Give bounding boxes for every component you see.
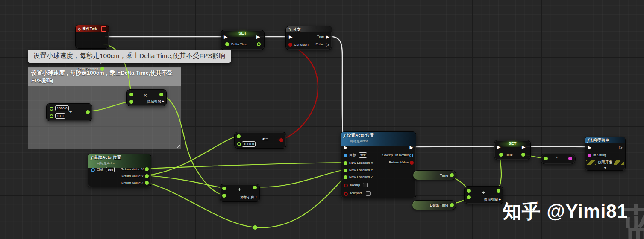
compare-b-input[interactable]: 1000.0 [242, 141, 256, 147]
sweep-pin[interactable] [344, 184, 348, 187]
float-in-pin[interactable] [544, 157, 548, 160]
sweep-hit-result-pin[interactable] [409, 154, 413, 157]
multiply-icon: × [144, 92, 147, 99]
node-add-location[interactable]: + 添加引脚 + [220, 184, 260, 202]
time-out-pin[interactable] [450, 173, 454, 177]
exec-out-pin[interactable]: ▶ [256, 35, 260, 39]
comment-resize-handle[interactable] [176, 144, 180, 148]
target-pin[interactable] [344, 154, 347, 157]
node-to-string[interactable]: ▪ [541, 154, 576, 164]
dividend-pin[interactable] [50, 107, 53, 111]
divisor-input[interactable]: 10.0 [55, 113, 65, 119]
new-location-x-pin[interactable] [344, 161, 347, 165]
result-pin[interactable] [86, 110, 90, 114]
new-location-y-pin[interactable] [344, 169, 347, 172]
exec-in-pin[interactable]: ▶ [497, 145, 500, 149]
wire-exec-branch-true-to-setloc [327, 36, 345, 147]
return-x-pin[interactable] [145, 167, 149, 171]
exec-out-pin[interactable]: ▷ [619, 145, 623, 150]
sweep-checkbox[interactable] [363, 183, 368, 187]
target-label: 目标 [97, 168, 103, 172]
exec-in-pin[interactable]: ▶ [224, 35, 227, 39]
node-set-delta-time[interactable]: SET ▶ ▶ Delta Time [221, 30, 265, 50]
plus-icon[interactable]: + [255, 195, 257, 199]
dividend-input[interactable]: 1000.0 [55, 105, 69, 111]
addend-b-pin[interactable] [467, 195, 471, 199]
delta-time-label: Delta Time [231, 42, 247, 47]
teleport-checkbox[interactable] [366, 191, 371, 196]
node-get-delta-time[interactable]: Delta Time [412, 200, 456, 210]
target-label: 目标 [349, 153, 356, 157]
value-out-pin[interactable] [521, 153, 525, 157]
teleport-pin[interactable] [344, 192, 348, 196]
false-exec-pin[interactable]: ▷ [326, 42, 329, 47]
wire-add2-to-settime [497, 155, 501, 190]
node-print-string[interactable]: ƒ 打印字符串 ▶ ▷ In String 仅限开发 ▼ [585, 137, 626, 171]
addend-b-pin[interactable] [222, 194, 226, 198]
true-label: True [317, 35, 324, 39]
delta-time-out-pin[interactable] [450, 203, 454, 207]
delta-seconds-label: Delta Seconds [77, 67, 98, 71]
factor-a-pin[interactable] [129, 93, 133, 96]
node-get-actor-location[interactable]: ƒ获取Actor位置 目标是Actor 目标 self Return Value… [88, 154, 151, 187]
divisor-pin[interactable] [50, 114, 53, 118]
node-set-time[interactable]: SET ▶ ▶ Time [494, 140, 531, 160]
compare-a-pin[interactable] [237, 134, 241, 138]
node-get-time[interactable]: Time [413, 170, 456, 180]
graph-canvas[interactable]: 设置小球速度，每秒走100cm，乘上Delta Time,使其不受FPS影响 设… [0, 0, 644, 239]
compare-b-pin[interactable] [237, 142, 241, 146]
exec-out-pin[interactable]: ▶ [410, 145, 413, 150]
result-pin[interactable] [253, 186, 257, 189]
node-event-tick[interactable]: ◇ 事件Tick ▶ Delta Seconds [75, 25, 109, 49]
addend-a-pin[interactable] [467, 189, 471, 193]
addend-a-pin[interactable] [222, 187, 226, 190]
plus-icon[interactable]: + [162, 99, 164, 104]
new-location-z-pin[interactable] [344, 175, 347, 179]
exec-out-pin[interactable]: ▶ [522, 145, 525, 149]
delta-time-in-pin[interactable] [225, 42, 229, 46]
development-only-label: 仅限开发 [596, 160, 614, 165]
return-value-pin[interactable] [410, 161, 414, 165]
return-y-pin[interactable] [145, 174, 149, 178]
node-less-equal[interactable]: 1000.0 <= [234, 132, 286, 149]
condition-pin[interactable] [288, 43, 292, 47]
reroute-node[interactable] [253, 225, 257, 230]
string-out-pin[interactable] [568, 157, 572, 160]
exec-in-pin[interactable]: ▶ [588, 145, 591, 150]
expand-arrow-icon[interactable]: ▼ [603, 166, 607, 170]
add-pin-label[interactable]: 添加引脚 [484, 198, 498, 202]
exec-in-pin[interactable]: ▶ [289, 35, 292, 39]
function-icon: ƒ [344, 133, 345, 138]
result-pin[interactable] [497, 189, 500, 193]
new-location-z-label: New Location Z [349, 175, 373, 179]
target-is-actor-subtitle: 目标是Actor [350, 139, 413, 143]
event-diamond-icon: ◇ [78, 27, 81, 31]
node-branch[interactable]: ↰ 分支 ▶ Condition True ▶ False ▷ [285, 26, 332, 50]
node-divide[interactable]: 1000.0 10.0 ÷ [46, 103, 92, 121]
result-pin[interactable] [279, 138, 283, 142]
node-set-actor-location[interactable]: ƒ设置Actor位置 目标是Actor ▶ ▶ 目标 self New Loca… [341, 131, 416, 198]
in-string-label: In String [593, 153, 606, 157]
time-in-pin[interactable] [499, 153, 503, 157]
branch-icon: ↰ [288, 27, 291, 32]
set-actor-location-title: 设置Actor位置 [347, 133, 374, 138]
self-box[interactable]: self [359, 152, 367, 158]
add-pin-label[interactable]: 添加引脚 [147, 100, 161, 104]
node-multiply[interactable]: × 添加引脚 + [126, 89, 167, 106]
value-out-pin[interactable] [257, 42, 261, 46]
target-pin[interactable] [91, 168, 95, 172]
exec-in-pin[interactable]: ▶ [344, 145, 347, 150]
comment-title[interactable]: 设置小球速度，每秒走100cm，乘上Delta Time,使其不受FPS影响 [28, 68, 181, 86]
return-z-pin[interactable] [145, 181, 149, 185]
delta-seconds-pin[interactable] [100, 67, 104, 71]
in-string-pin[interactable] [588, 154, 591, 157]
add-pin-label[interactable]: 添加引脚 [241, 195, 254, 199]
result-pin[interactable] [159, 93, 163, 96]
self-box[interactable]: self [106, 167, 115, 172]
return-value-label: Return Value [389, 160, 409, 165]
true-exec-pin[interactable]: ▶ [326, 35, 329, 39]
plus-icon[interactable]: + [499, 198, 501, 202]
factor-b-pin[interactable] [129, 100, 133, 104]
sweep-hit-result-label: Sweep Hit Result [382, 153, 409, 157]
node-add-time[interactable]: + 添加引脚 + [464, 186, 503, 204]
